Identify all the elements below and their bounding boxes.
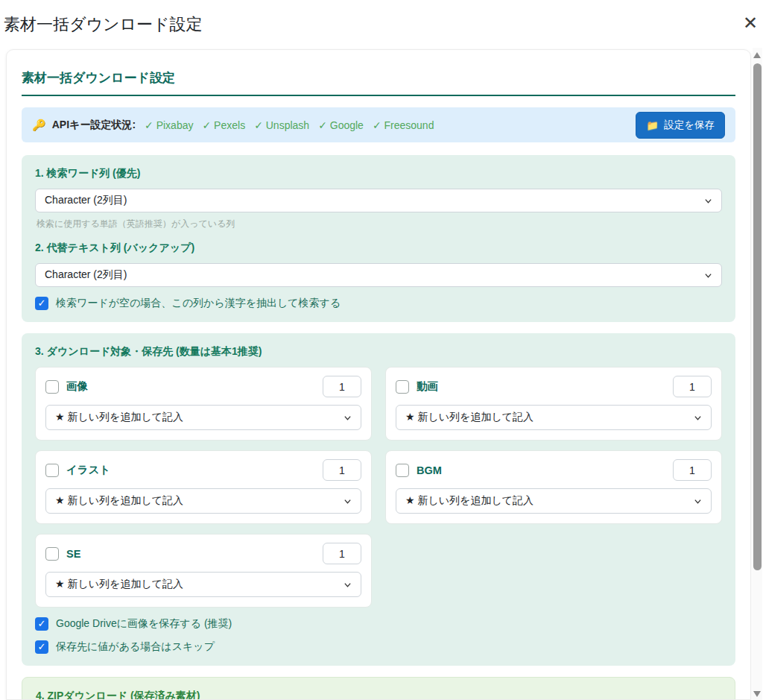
section1-title: 1. 検索ワード列 (優先) [35, 167, 722, 180]
chevron-down-icon [694, 497, 702, 505]
modal-title: 素材一括ダウンロード設定 [4, 13, 203, 36]
chevron-down-icon [343, 414, 352, 422]
search-word-column-select[interactable]: Character (2列目) [35, 189, 722, 212]
se-column-value: ★ 新しい列を追加して記入 [55, 578, 183, 591]
chevron-down-icon [704, 197, 712, 205]
kanji-extract-checkbox[interactable] [35, 297, 48, 310]
chevron-down-icon [704, 271, 712, 280]
scrollbar-thumb[interactable] [753, 63, 762, 570]
card-head: 動画 1 [396, 376, 712, 397]
se-label: SE [66, 548, 323, 560]
bgm-count-input[interactable]: 1 [673, 459, 712, 481]
alt-text-column-value: Character (2列目) [45, 268, 127, 282]
video-count-input[interactable]: 1 [673, 376, 712, 397]
image-count-input[interactable]: 1 [323, 376, 361, 397]
scroll-down-icon[interactable] [753, 691, 761, 697]
save-settings-label: 設定を保存 [664, 119, 715, 132]
save-settings-button[interactable]: 📁 設定を保存 [636, 112, 725, 139]
skip-existing-option: 保存先に値がある場合はスキップ [35, 640, 722, 654]
bulk-download-settings-modal: 素材一括ダウンロード設定 ✕ 素材一括ダウンロード設定 🔑 APIキー設定状況:… [0, 0, 763, 700]
card-head: SE 1 [45, 543, 361, 564]
illust-checkbox[interactable] [45, 464, 59, 477]
se-checkbox[interactable] [45, 547, 59, 561]
video-column-select[interactable]: ★ 新しい列を追加して記入 [396, 405, 712, 430]
modal-header: 素材一括ダウンロード設定 ✕ [0, 0, 763, 48]
section4-title: 4. ZIPダウンロード (保存済み素材) [36, 690, 721, 700]
target-card-bgm: BGM 1 ★ 新しい列を追加して記入 [385, 450, 722, 524]
panel-heading: 素材一括ダウンロード設定 [22, 69, 735, 96]
target-card-se: SE 1 ★ 新しい列を追加して記入 [35, 534, 372, 608]
illust-count-input[interactable]: 1 [323, 459, 361, 481]
video-checkbox[interactable] [396, 380, 409, 394]
api-service-unsplash: ✓ Unsplash [254, 119, 309, 131]
video-column-value: ★ 新しい列を追加して記入 [405, 411, 534, 424]
kanji-extract-option: 検索ワードが空の場合、この列から漢字を抽出して検索する [35, 297, 722, 310]
api-service-pixabay: ✓ Pixabay [145, 119, 193, 131]
section2-title: 2. 代替テキスト列 (バックアップ) [35, 242, 722, 255]
illust-column-value: ★ 新しい列を追加して記入 [55, 494, 183, 508]
chevron-down-icon [343, 497, 352, 505]
api-service-pexels: ✓ Pexels [202, 119, 245, 131]
skip-existing-checkbox[interactable] [35, 640, 48, 654]
image-column-select[interactable]: ★ 新しい列を追加して記入 [45, 405, 361, 430]
scroll-up-icon[interactable] [753, 52, 761, 58]
skip-existing-label: 保存先に値がある場合はスキップ [56, 640, 215, 654]
download-target-section: 3. ダウンロード対象・保存先 (数量は基本1推奨) 画像 1 ★ 新しい列を追… [22, 333, 735, 666]
chevron-down-icon [343, 581, 352, 589]
bgm-column-value: ★ 新しい列を追加して記入 [405, 494, 534, 508]
kanji-extract-label: 検索ワードが空の場合、この列から漢字を抽出して検索する [56, 297, 341, 310]
bgm-column-select[interactable]: ★ 新しい列を追加して記入 [396, 488, 712, 514]
target-card-video: 動画 1 ★ 新しい列を追加して記入 [385, 367, 722, 441]
api-service-google: ✓ Google [318, 119, 364, 131]
api-status-bar: 🔑 APIキー設定状況: ✓ Pixabay ✓ Pexels ✓ Unspla… [22, 107, 735, 142]
zip-download-section: 4. ZIPダウンロード (保存済み素材) ダウンロード後に全素材をZIPにまと… [22, 677, 735, 700]
image-label: 画像 [66, 379, 323, 394]
section1-helper: 検索に使用する単語（英語推奨）が入っている列 [37, 218, 722, 230]
illust-column-select[interactable]: ★ 新しい列を追加して記入 [45, 488, 361, 514]
bgm-checkbox[interactable] [396, 464, 409, 477]
illust-label: イラスト [66, 463, 323, 477]
gdrive-save-label: Google Driveに画像を保存する (推奨) [56, 617, 232, 631]
close-icon[interactable]: ✕ [739, 12, 762, 34]
vertical-scrollbar[interactable] [753, 48, 762, 700]
target-card-illust: イラスト 1 ★ 新しい列を追加して記入 [35, 450, 372, 524]
key-icon: 🔑 [32, 119, 46, 132]
card-head: BGM 1 [396, 459, 712, 481]
settings-panel: 素材一括ダウンロード設定 🔑 APIキー設定状況: ✓ Pixabay ✓ Pe… [6, 49, 751, 700]
chevron-down-icon [694, 414, 702, 422]
section3-title: 3. ダウンロード対象・保存先 (数量は基本1推奨) [35, 345, 722, 359]
search-column-section: 1. 検索ワード列 (優先) Character (2列目) 検索に使用する単語… [22, 155, 735, 322]
api-status-label: APIキー設定状況: [52, 119, 136, 132]
target-cards-grid: 画像 1 ★ 新しい列を追加して記入 動画 1 ★ 新しい [35, 367, 722, 608]
alt-text-column-select[interactable]: Character (2列目) [35, 263, 722, 287]
search-word-column-value: Character (2列目) [45, 194, 127, 207]
card-head: イラスト 1 [45, 459, 361, 481]
bgm-label: BGM [417, 464, 673, 476]
api-status-text: 🔑 APIキー設定状況: ✓ Pixabay ✓ Pexels ✓ Unspla… [32, 119, 434, 132]
se-column-select[interactable]: ★ 新しい列を追加して記入 [45, 572, 361, 597]
video-label: 動画 [417, 379, 673, 394]
se-count-input[interactable]: 1 [323, 543, 361, 564]
folder-icon: 📁 [646, 119, 659, 131]
gdrive-save-checkbox[interactable] [35, 617, 48, 631]
target-card-image: 画像 1 ★ 新しい列を追加して記入 [35, 367, 372, 441]
card-head: 画像 1 [45, 376, 361, 397]
image-checkbox[interactable] [45, 380, 59, 394]
gdrive-save-option: Google Driveに画像を保存する (推奨) [35, 617, 722, 631]
image-column-value: ★ 新しい列を追加して記入 [55, 411, 183, 424]
api-service-freesound: ✓ Freesound [373, 119, 434, 131]
